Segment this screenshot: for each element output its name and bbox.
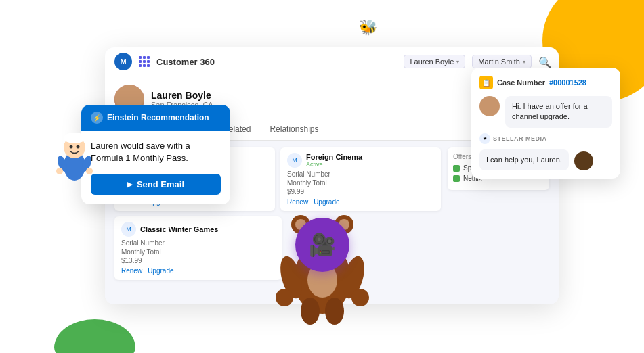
case-number: #00001528 bbox=[549, 78, 586, 87]
agent-logo: ★ bbox=[479, 133, 490, 144]
product-status: Active bbox=[306, 161, 362, 168]
upgrade-link[interactable]: Upgrade bbox=[148, 267, 173, 275]
profile-name: Lauren Boyle bbox=[151, 90, 213, 101]
user-chat-bubble: Hi. I have an offer for a channel upgrad… bbox=[505, 96, 612, 128]
send-email-label: Send Email bbox=[137, 179, 184, 189]
app-logo: M bbox=[114, 53, 132, 70]
svg-point-24 bbox=[351, 289, 369, 306]
product-price: $13.99 bbox=[121, 257, 275, 264]
chat-panel: 📋 Case Number #00001528 Hi. I have an of… bbox=[471, 68, 620, 179]
case-label: Case Number bbox=[497, 78, 545, 87]
product-icon: M bbox=[121, 222, 136, 237]
send-email-button[interactable]: ▶ Send Email bbox=[91, 174, 221, 195]
agent-name: STELLAR MEDIA bbox=[493, 135, 547, 142]
einstein-body: Lauren would save with a Formula 1 Month… bbox=[81, 131, 230, 204]
svg-point-23 bbox=[276, 289, 293, 306]
einstein-message: Lauren would save with a Formula 1 Month… bbox=[91, 140, 221, 164]
app-title: Customer 360 bbox=[156, 57, 215, 67]
einstein-title: Einstein Recommendation bbox=[107, 113, 209, 122]
svg-point-26 bbox=[325, 298, 344, 325]
bee-icon: 🐝 bbox=[359, 19, 377, 37]
lauren-dropdown[interactable]: Lauren Boyle ▾ bbox=[404, 55, 465, 68]
agent-info-row: ★ STELLAR MEDIA bbox=[479, 133, 612, 144]
einstein-recommendation-card: ⚡ Einstein Recommendation Lauren would s… bbox=[81, 105, 230, 204]
product-name: Foreign Cinema bbox=[306, 153, 362, 161]
chevron-down-icon: ▾ bbox=[456, 59, 459, 65]
svg-point-2 bbox=[64, 133, 85, 143]
product-card-winter: M Classic Winter Games Serial Number Mon… bbox=[114, 216, 282, 280]
tab-relationships[interactable]: Relationships bbox=[260, 120, 328, 140]
svg-point-7 bbox=[56, 168, 63, 174]
product-icon: M bbox=[287, 153, 302, 168]
play-icon: ▶ bbox=[127, 181, 133, 188]
camera-overlay-icon: 🎥 bbox=[295, 218, 349, 272]
martin-dropdown[interactable]: Martin Smith ▾ bbox=[472, 55, 532, 68]
product-price-label: Monthly Total bbox=[287, 179, 434, 187]
grid-icon bbox=[139, 56, 150, 67]
offer-dot bbox=[453, 175, 460, 182]
user-chat-avatar bbox=[479, 96, 500, 116]
green-blob-decoration bbox=[54, 319, 135, 353]
case-icon: 📋 bbox=[479, 76, 493, 89]
search-icon[interactable]: 🔍 bbox=[538, 56, 549, 67]
chat-message-user: Hi. I have an offer for a channel upgrad… bbox=[479, 96, 612, 128]
einstein-header: ⚡ Einstein Recommendation bbox=[81, 105, 230, 131]
chevron-down-icon: ▾ bbox=[523, 59, 525, 65]
svg-point-4 bbox=[77, 145, 80, 149]
svg-point-25 bbox=[301, 298, 320, 325]
offer-dot bbox=[453, 165, 460, 172]
agent-chat-bubble: I can help you, Lauren. bbox=[479, 149, 569, 170]
case-number-row: 📋 Case Number #00001528 bbox=[479, 76, 612, 89]
product-serial-label: Serial Number bbox=[287, 170, 434, 178]
agent-chat-avatar bbox=[574, 151, 593, 170]
product-price-label: Monthly Total bbox=[121, 248, 275, 256]
svg-point-3 bbox=[70, 145, 73, 149]
product-serial-label: Serial Number bbox=[121, 239, 275, 247]
product-name: Classic Winter Games bbox=[140, 225, 218, 233]
camera-icon: 🎥 bbox=[309, 232, 336, 258]
einstein-character bbox=[53, 122, 97, 183]
svg-point-8 bbox=[86, 168, 93, 174]
renew-link[interactable]: Renew bbox=[121, 267, 142, 275]
